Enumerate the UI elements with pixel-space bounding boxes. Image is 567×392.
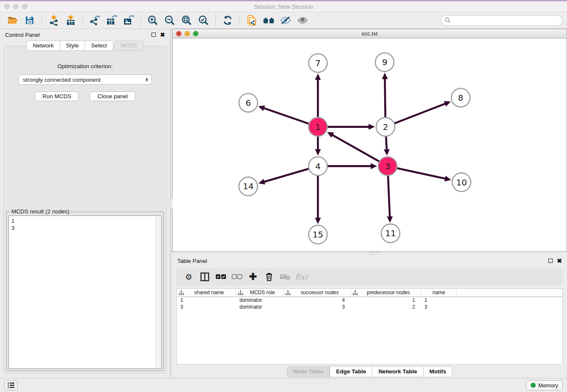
export-image-icon[interactable] bbox=[121, 14, 136, 27]
column-header-predecessor-nodes[interactable]: predecessor nodes bbox=[351, 289, 421, 296]
column-header-shared-name[interactable]: shared name bbox=[177, 289, 236, 296]
edge-3-10[interactable] bbox=[397, 168, 445, 179]
edge-1-6[interactable] bbox=[264, 108, 308, 124]
status-bar: Memory bbox=[0, 378, 567, 392]
tab-edge-table[interactable]: Edge Table bbox=[330, 366, 372, 377]
save-session-icon[interactable] bbox=[22, 14, 37, 27]
edge-3-1[interactable] bbox=[332, 135, 379, 161]
cell-successor-nodes[interactable]: 3 bbox=[284, 304, 351, 311]
edge-3-11[interactable] bbox=[388, 176, 390, 217]
column-header-name[interactable]: name bbox=[421, 289, 457, 296]
graph-node-8[interactable]: 8 bbox=[451, 88, 470, 107]
zoom-fit-icon[interactable] bbox=[179, 14, 194, 27]
edge-2-3[interactable] bbox=[386, 137, 387, 150]
window-title: Session: New Session bbox=[0, 3, 567, 10]
graph-node-6[interactable]: 6 bbox=[239, 94, 258, 112]
cell-successor-nodes[interactable]: 4 bbox=[284, 297, 351, 304]
add-icon[interactable]: ✚ bbox=[246, 271, 260, 283]
tab-network-table[interactable]: Network Table bbox=[372, 366, 423, 377]
close-table-panel-icon[interactable]: ✖ bbox=[557, 259, 562, 263]
cell-predecessor-nodes[interactable]: 2 bbox=[351, 304, 421, 311]
tab-style[interactable]: Style bbox=[60, 41, 85, 51]
graph-node-7[interactable]: 7 bbox=[308, 54, 327, 72]
delete-icon[interactable] bbox=[262, 271, 276, 283]
open-session-icon[interactable] bbox=[5, 14, 20, 27]
column-header-successor-nodes[interactable]: successor nodes bbox=[284, 289, 351, 296]
memory-button[interactable]: Memory bbox=[526, 380, 563, 390]
graph-node-14[interactable]: 14 bbox=[239, 177, 258, 196]
tab-node-table[interactable]: Node Table bbox=[287, 366, 330, 377]
graph-node-15[interactable]: 15 bbox=[308, 225, 327, 244]
graph-node-10[interactable]: 10 bbox=[452, 173, 471, 191]
show-eye-icon[interactable] bbox=[295, 14, 310, 27]
select-all-icon[interactable] bbox=[214, 271, 228, 283]
gear-icon[interactable]: ⚙ bbox=[182, 271, 196, 283]
table-row[interactable]: 1dominator411 bbox=[177, 297, 562, 304]
result-scrollbar[interactable] bbox=[155, 216, 161, 368]
export-table-icon[interactable] bbox=[104, 14, 119, 27]
graph-node-3[interactable]: 3 bbox=[378, 157, 397, 175]
clone-network-icon[interactable] bbox=[244, 14, 259, 27]
import-table-icon[interactable] bbox=[63, 14, 78, 27]
close-panel-icon[interactable]: ✖ bbox=[160, 33, 165, 37]
toolbar-separator bbox=[140, 14, 141, 27]
svg-text:3: 3 bbox=[385, 161, 391, 171]
edge-2-9[interactable] bbox=[385, 79, 385, 117]
columns-icon[interactable] bbox=[198, 271, 212, 283]
close-panel-button[interactable]: Close panel bbox=[90, 91, 135, 101]
zoom-in-icon[interactable] bbox=[145, 14, 160, 27]
float-table-panel-icon[interactable] bbox=[548, 259, 553, 263]
tab-mcds[interactable]: MCDS bbox=[114, 41, 144, 51]
run-mcds-button[interactable]: Run MCDS bbox=[35, 91, 79, 101]
refresh-icon[interactable] bbox=[220, 14, 235, 27]
tab-motifs[interactable]: Motifs bbox=[423, 366, 453, 377]
delete-table-icon[interactable] bbox=[278, 271, 292, 283]
cell-mcds-role[interactable]: dominator bbox=[236, 297, 284, 304]
cell-mcds-role[interactable]: dominator bbox=[236, 304, 284, 311]
result-item[interactable]: 1 bbox=[11, 217, 161, 224]
titlebar: Session: New Session bbox=[0, 1, 567, 12]
graph-node-9[interactable]: 9 bbox=[375, 53, 394, 72]
edge-2-8[interactable] bbox=[394, 104, 445, 123]
mcds-panel-body: Optimization criterion: strongly connect… bbox=[3, 46, 167, 374]
panel-splitter[interactable] bbox=[170, 29, 172, 378]
cell-shared-name[interactable]: 1 bbox=[177, 297, 236, 304]
network-canvas[interactable]: 7968124314101511 bbox=[173, 39, 567, 251]
mcds-result-list[interactable]: 13 bbox=[8, 215, 162, 369]
function-builder-icon[interactable]: f(x) bbox=[294, 271, 308, 283]
search-input[interactable] bbox=[453, 17, 559, 24]
zoom-selected-icon[interactable] bbox=[196, 14, 211, 27]
home-icon[interactable] bbox=[261, 14, 276, 27]
result-item[interactable]: 3 bbox=[11, 224, 161, 232]
tab-network[interactable]: Network bbox=[27, 41, 60, 51]
table-splitter[interactable] bbox=[172, 252, 567, 255]
node-table[interactable]: shared nameMCDS rolesuccessor nodesprede… bbox=[176, 288, 563, 364]
cell-name[interactable]: 1 bbox=[421, 297, 457, 304]
table-panel-title: Table Panel bbox=[177, 258, 207, 264]
task-history-icon[interactable] bbox=[4, 380, 18, 390]
cell-shared-name[interactable]: 3 bbox=[177, 304, 236, 311]
graph-node-4[interactable]: 4 bbox=[308, 157, 327, 175]
graph-node-1[interactable]: 1 bbox=[308, 118, 327, 136]
float-panel-icon[interactable] bbox=[151, 33, 156, 37]
optimization-label: Optimization criterion: bbox=[6, 63, 164, 69]
column-header-mcds-role[interactable]: MCDS role bbox=[236, 289, 284, 296]
svg-text:7: 7 bbox=[315, 58, 321, 68]
table-splitter-grip[interactable] bbox=[370, 252, 379, 254]
memory-label: Memory bbox=[538, 382, 558, 389]
graph-node-11[interactable]: 11 bbox=[381, 224, 400, 243]
zoom-out-icon[interactable] bbox=[162, 14, 177, 27]
edge-4-14[interactable] bbox=[264, 169, 308, 182]
deselect-all-icon[interactable] bbox=[230, 271, 244, 283]
table-row[interactable]: 3dominator323 bbox=[177, 304, 562, 311]
import-network-icon[interactable] bbox=[46, 14, 61, 27]
export-network-icon[interactable] bbox=[87, 14, 102, 27]
tab-select[interactable]: Select bbox=[85, 41, 113, 51]
hide-eye-icon[interactable] bbox=[278, 14, 293, 27]
optimization-select[interactable]: strongly connected component ▲▼ bbox=[18, 75, 152, 85]
cell-predecessor-nodes[interactable]: 1 bbox=[351, 297, 421, 304]
control-panel-header: Control Panel ✖ bbox=[0, 29, 170, 41]
cell-name[interactable]: 3 bbox=[421, 304, 457, 311]
network-graph[interactable]: 7968124314101511 bbox=[173, 39, 567, 251]
graph-node-2[interactable]: 2 bbox=[376, 118, 395, 136]
